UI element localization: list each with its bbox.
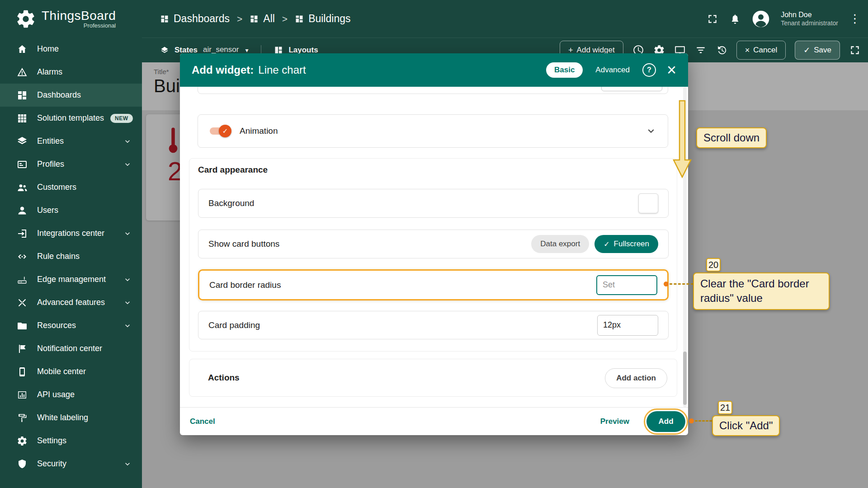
sidebar-item-mobile-center[interactable]: Mobile center — [0, 360, 142, 383]
sidebar-item-advanced-features[interactable]: Advanced features — [0, 291, 142, 314]
sidebar-item-dashboards[interactable]: Dashboards — [0, 84, 142, 107]
add-widget-dialog: Add widget: Line chart Basic Advanced ? … — [180, 53, 688, 435]
cancel-edit-button[interactable]: × Cancel — [736, 41, 786, 60]
show-card-buttons-row: Show card buttons Data export ✓ Fullscre… — [198, 230, 669, 258]
animation-label: Animation — [240, 126, 278, 136]
actions-heading: Actions — [208, 373, 240, 383]
caret-down-icon[interactable]: ▾ — [245, 47, 248, 54]
sidebar-item-settings[interactable]: Settings — [0, 429, 142, 452]
users-icon — [17, 205, 28, 216]
connector-line — [695, 420, 712, 422]
sidebar-item-customers[interactable]: Customers — [0, 176, 142, 199]
check-icon: ✓ — [604, 240, 609, 249]
background-color-picker[interactable] — [638, 193, 658, 213]
mobile-icon — [17, 366, 28, 377]
connector-dot — [664, 282, 669, 286]
sidebar-item-label: Dashboards — [37, 90, 81, 100]
scroll-down-annotation: Scroll down — [696, 127, 767, 148]
bell-icon[interactable] — [729, 13, 741, 25]
dialog-body: ✓ Animation Card appearance Background S… — [180, 87, 688, 407]
solution-templates-icon — [17, 113, 28, 124]
breadcrumb-label: All — [263, 13, 275, 25]
breadcrumb-buildings[interactable]: Buildings — [295, 13, 350, 25]
close-icon[interactable]: × — [667, 63, 676, 77]
card-border-radius-label: Card border radius — [209, 280, 281, 290]
sidebar-item-security[interactable]: Security — [0, 452, 142, 475]
logo-gear-icon — [15, 9, 36, 29]
sidebar-item-solution-templates[interactable]: Solution templates NEW — [0, 107, 142, 130]
scrolled-out-row — [198, 87, 668, 94]
card-appearance-heading: Card appearance — [198, 165, 268, 175]
sidebar-item-resources[interactable]: Resources — [0, 314, 142, 337]
dashboards-icon — [250, 14, 259, 23]
chevron-down-icon[interactable] — [645, 125, 657, 137]
connector-line — [670, 283, 693, 285]
expand-icon[interactable] — [849, 44, 861, 56]
tab-basic[interactable]: Basic — [546, 62, 583, 78]
step-badge-21: 21 — [718, 401, 732, 414]
sidebar-item-label: Security — [37, 459, 66, 469]
avatar[interactable] — [752, 10, 770, 28]
animation-toggle[interactable]: ✓ — [209, 126, 231, 136]
dashboards-icon — [295, 14, 304, 23]
dialog-cancel-link[interactable]: Cancel — [190, 417, 215, 426]
sidebar-item-profiles[interactable]: Profiles — [0, 153, 142, 176]
sidebar-item-white-labeling[interactable]: White labeling — [0, 406, 142, 429]
history-icon[interactable] — [716, 44, 727, 56]
help-icon[interactable]: ? — [642, 63, 656, 77]
breadcrumb-all[interactable]: All — [250, 13, 275, 25]
dialog-header: Add widget: Line chart Basic Advanced ? … — [180, 53, 688, 87]
logo-title: ThingsBoard — [42, 9, 116, 23]
step-20-annotation: Clear the "Card border radius" value — [693, 272, 830, 310]
sidebar-item-alarms[interactable]: Alarms — [0, 61, 142, 84]
breadcrumb-separator: > — [282, 14, 288, 24]
notification-icon — [17, 343, 28, 354]
step-21-annotation: Click "Add" — [712, 415, 780, 436]
sidebar-item-notification-center[interactable]: Notification center — [0, 337, 142, 360]
breadcrumb-dashboards[interactable]: Dashboards — [160, 13, 230, 25]
chevron-down-icon — [123, 229, 132, 238]
dialog-preview-link[interactable]: Preview — [600, 417, 629, 426]
chip-data-export[interactable]: Data export — [531, 235, 589, 253]
chip-fullscreen[interactable]: ✓ Fullscreen — [594, 235, 658, 253]
customers-icon — [17, 182, 28, 193]
breadcrumb-label: Dashboards — [174, 13, 230, 25]
card-border-radius-input[interactable] — [596, 275, 657, 295]
tab-advanced[interactable]: Advanced — [594, 62, 632, 78]
kebab-menu-icon[interactable]: ⋮ — [849, 12, 858, 26]
filter-icon[interactable] — [695, 44, 707, 56]
chevron-down-icon — [123, 321, 132, 330]
chevron-down-icon — [123, 298, 132, 307]
user-name: John Doe — [781, 10, 838, 19]
fullscreen-icon[interactable] — [707, 13, 718, 25]
connector-dot — [689, 418, 694, 423]
background-label: Background — [208, 198, 254, 208]
card-padding-row: Card padding — [198, 311, 669, 339]
scrolled-out-input[interactable] — [601, 87, 662, 91]
sidebar-item-label: Customers — [37, 183, 76, 192]
sidebar-item-rule-chains[interactable]: Rule chains — [0, 245, 142, 268]
sidebar-item-home[interactable]: Home — [0, 38, 142, 61]
add-action-button[interactable]: Add action — [605, 368, 667, 388]
dashboards-icon — [160, 14, 169, 23]
dialog-add-button[interactable]: Add — [646, 411, 685, 432]
close-icon: × — [745, 46, 750, 55]
sidebar-item-integrations-center[interactable]: Integrations center — [0, 222, 142, 245]
save-button[interactable]: ✓ Save — [795, 41, 840, 60]
dialog-scrollbar-thumb[interactable] — [683, 352, 687, 405]
sidebar-item-users[interactable]: Users — [0, 199, 142, 222]
sidebar-item-label: Notification center — [37, 344, 102, 353]
advanced-features-icon — [17, 297, 28, 308]
sidebar-item-edge-management[interactable]: Edge management — [0, 268, 142, 291]
entities-icon — [17, 136, 28, 147]
sidebar-item-api-usage[interactable]: API usage — [0, 383, 142, 406]
actions-panel: Actions Add action — [189, 359, 677, 397]
sidebar-item-entities[interactable]: Entities — [0, 130, 142, 153]
sidebar-item-label: Rule chains — [37, 252, 80, 261]
show-card-buttons-label: Show card buttons — [208, 239, 279, 249]
breadcrumb-separator: > — [237, 14, 242, 24]
sidebar-item-label: Entities — [37, 136, 64, 146]
thingsboard-logo[interactable]: ThingsBoard Professional — [0, 9, 142, 29]
card-padding-input[interactable] — [597, 315, 658, 336]
dialog-widget-type: Line chart — [258, 64, 306, 76]
